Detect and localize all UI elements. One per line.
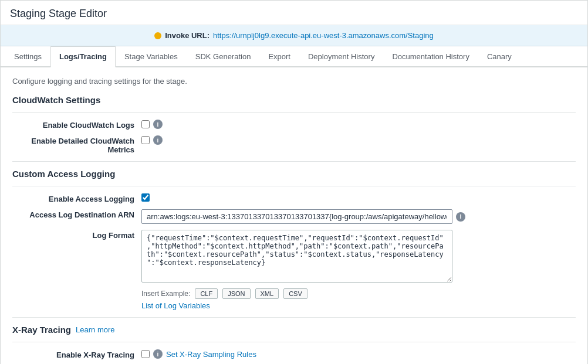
content-area: Configure logging and tracing settings f…	[1, 67, 587, 364]
invoke-url-bar: Invoke URL: https://urnplj0lg9.execute-a…	[1, 25, 587, 46]
learn-more-link[interactable]: Learn more	[76, 325, 114, 334]
log-format-col: {"requestTime":"$context.requestTime","r…	[141, 230, 452, 310]
page-wrapper: Staging Stage Editor Invoke URL: https:/…	[0, 0, 588, 364]
tab-settings[interactable]: Settings	[5, 46, 50, 67]
tab-export[interactable]: Export	[259, 46, 299, 67]
enable-cloudwatch-logs-control: i	[141, 120, 163, 129]
enable-cloudwatch-logs-label: Enable CloudWatch Logs	[12, 120, 141, 130]
tabs-bar: Settings Logs/Tracing Stage Variables SD…	[1, 46, 587, 67]
xml-button[interactable]: XML	[255, 288, 279, 299]
divider-2	[12, 161, 576, 162]
enable-access-logging-checkbox[interactable]	[141, 193, 150, 202]
custom-access-logging-section-heading: Custom Access Logging	[12, 169, 576, 179]
enable-xray-label: Enable X-Ray Tracing	[12, 349, 141, 359]
divider-5	[12, 342, 576, 342]
status-dot	[154, 32, 161, 39]
enable-xray-row: Enable X-Ray Tracing i Set X-Ray Samplin…	[12, 349, 576, 359]
enable-access-logging-row: Enable Access Logging	[12, 193, 576, 203]
insert-example-row: Insert Example: CLF JSON XML CSV	[141, 288, 452, 299]
enable-cloudwatch-logs-info-icon[interactable]: i	[153, 120, 163, 129]
invoke-url-label: Invoke URL:	[165, 31, 209, 40]
xray-section-heading: X-Ray Tracing Learn more	[12, 325, 576, 335]
enable-detailed-metrics-control: i	[141, 135, 163, 145]
log-format-row: Log Format {"requestTime":"$context.requ…	[12, 230, 576, 310]
tab-deployment-history[interactable]: Deployment History	[299, 46, 383, 67]
enable-xray-control: i Set X-Ray Sampling Rules	[141, 349, 256, 359]
json-button[interactable]: JSON	[222, 288, 250, 299]
enable-detailed-metrics-label: Enable Detailed CloudWatch Metrics	[12, 135, 141, 154]
enable-cloudwatch-logs-row: Enable CloudWatch Logs i	[12, 120, 576, 130]
enable-xray-info-icon[interactable]: i	[153, 349, 163, 359]
tab-stage-variables[interactable]: Stage Variables	[116, 46, 187, 67]
csv-button[interactable]: CSV	[283, 288, 307, 299]
invoke-url-link[interactable]: https://urnplj0lg9.execute-api.eu-west-3…	[213, 31, 434, 40]
page-header: Staging Stage Editor	[1, 1, 587, 25]
enable-detailed-metrics-info-icon[interactable]: i	[153, 135, 163, 145]
clf-button[interactable]: CLF	[195, 288, 218, 299]
tab-logs-tracing[interactable]: Logs/Tracing	[50, 46, 116, 67]
enable-detailed-metrics-checkbox[interactable]	[141, 136, 150, 144]
access-log-destination-arn-info-icon[interactable]: i	[456, 212, 465, 222]
list-log-variables-link[interactable]: List of Log Variables	[141, 301, 452, 310]
log-format-textarea[interactable]: {"requestTime":"$context.requestTime","r…	[141, 230, 452, 283]
cloudwatch-section-heading: CloudWatch Settings	[12, 95, 576, 105]
access-log-destination-arn-input[interactable]	[141, 209, 452, 224]
xray-section-title: X-Ray Tracing	[12, 325, 71, 335]
access-log-destination-arn-row: Access Log Destination ARN i	[12, 209, 576, 224]
page-title: Staging Stage Editor	[10, 8, 578, 20]
tab-sdk-generation[interactable]: SDK Generation	[187, 46, 260, 67]
divider-4	[12, 317, 576, 318]
divider-1	[12, 112, 576, 113]
tab-canary[interactable]: Canary	[478, 46, 521, 67]
access-log-destination-arn-control: i	[141, 209, 465, 224]
enable-detailed-metrics-row: Enable Detailed CloudWatch Metrics i	[12, 135, 576, 154]
access-log-destination-arn-label: Access Log Destination ARN	[12, 209, 141, 219]
tab-documentation-history[interactable]: Documentation History	[383, 46, 478, 67]
section-description: Configure logging and tracing settings f…	[12, 77, 576, 86]
insert-example-label: Insert Example:	[141, 290, 190, 298]
log-format-label: Log Format	[12, 230, 141, 240]
divider-3	[12, 186, 576, 186]
enable-cloudwatch-logs-checkbox[interactable]	[141, 120, 150, 128]
enable-access-logging-control	[141, 193, 150, 202]
enable-access-logging-label: Enable Access Logging	[12, 193, 141, 203]
set-xray-rules-link[interactable]: Set X-Ray Sampling Rules	[166, 350, 256, 359]
enable-xray-checkbox[interactable]	[141, 350, 150, 358]
